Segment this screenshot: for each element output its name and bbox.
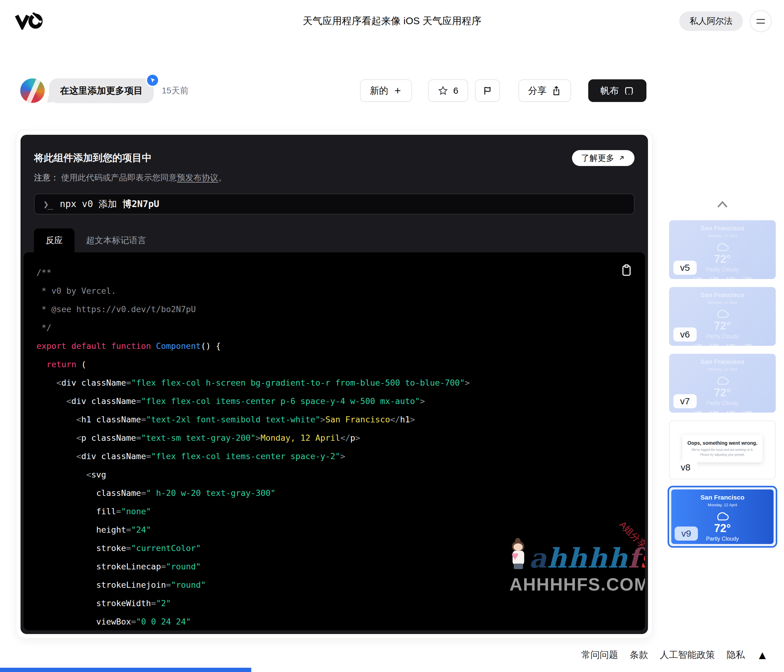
version-label: v5 — [674, 261, 697, 275]
version-thumb-v6[interactable]: San Francisco Monday, 12 April 72° Partl… — [669, 287, 776, 346]
version-thumb-v7[interactable]: San Francisco Monday, 12 April 72° Partl… — [669, 354, 776, 412]
version-thumb-v9[interactable]: San Francisco Monday, 12 April 72° Partl… — [669, 487, 776, 546]
watermark-domain: AHHHHFS.COM — [510, 574, 644, 594]
canvas-button[interactable]: 帆布 — [588, 79, 646, 102]
new-button[interactable]: 新的 — [360, 79, 412, 102]
watermark: ♥ ahhhhfs A姐分享 AHHHHFS.COM — [510, 538, 644, 594]
version-rail: San Francisco Monday, 12 April 72° Partl… — [669, 200, 776, 554]
version-label: v6 — [674, 327, 697, 342]
panel-head: 将此组件添加到您的项目中 了解更多 注意： 使用此代码或产品即表示您同意预发布协… — [20, 135, 648, 252]
terminal-prompt-icon: ❯_ — [43, 199, 52, 210]
weather-date: Monday, 12 April — [669, 233, 776, 238]
note-suffix: 。 — [218, 173, 227, 182]
hamburger-icon — [756, 23, 765, 23]
hourly-forecast: 4 PM ☁ 70° 5 PM ☀ 68° 6 PM ☁ 65° — [669, 410, 776, 412]
hour-column: 6 PM ☁ 65° — [726, 343, 735, 346]
hour-column: 5 PM ☀ 68° — [710, 410, 719, 412]
hour-column: 7 PM ☀ 63° — [743, 410, 751, 412]
learn-more-label: 了解更多 — [581, 152, 614, 163]
cloud-icon — [669, 240, 776, 253]
chevron-up-icon — [716, 200, 729, 209]
heart-icon: ♥ — [511, 549, 519, 563]
error-line: We've logged the issue and are working o… — [687, 448, 758, 452]
hour-column: 4 PM ☁ 70° — [693, 277, 702, 279]
footer-link-ai-policy[interactable]: 人工智能政策 — [660, 649, 715, 661]
hour-column: 7 PM ☀ 63° — [743, 277, 751, 279]
add-component-panel: 将此组件添加到您的项目中 了解更多 注意： 使用此代码或产品即表示您同意预发布协… — [20, 135, 648, 634]
private-alpha-button[interactable]: 私人阿尔法 — [679, 11, 743, 31]
cloud-icon — [669, 306, 776, 320]
prerelease-note: 注意： 使用此代码或产品即表示您同意预发布协议。 — [34, 172, 635, 183]
hourly-forecast: 4 PM ☁ 70° 5 PM ☀ 68° 6 PM ☁ 65° — [669, 343, 776, 346]
flag-icon — [482, 86, 493, 96]
weather-date: Monday, 12 April — [669, 300, 776, 305]
hour-column: 7 PM ☀ 63° — [743, 343, 751, 346]
hour-column: 6 PM ☁ 65° — [726, 410, 735, 412]
weather-city: San Francisco — [671, 494, 773, 501]
scroll-up-button[interactable] — [716, 200, 729, 210]
timestamp: 15天前 — [162, 85, 188, 96]
note-label: 注意： — [34, 173, 59, 182]
menu-button[interactable] — [750, 10, 772, 32]
prompt-row: 在这里添加更多项目 15天前 新的 6 — [20, 76, 646, 105]
hourly-forecast: 4 PM ☁ 70° 5 PM ☀ 68° 6 PM ☁ 65° — [669, 277, 776, 279]
weather-date: Monday, 12 April — [669, 367, 776, 372]
canvas-button-label: 帆布 — [600, 84, 619, 97]
weather-city: San Francisco — [669, 224, 776, 232]
footer-link-faq[interactable]: 常问问题 — [581, 649, 618, 661]
share-icon — [551, 86, 561, 96]
hour-column: 4 PM ☁ 70° — [693, 410, 702, 412]
page-title: 天气应用程序看起来像 iOS 天气应用程序 — [303, 14, 481, 28]
hour-column: 5 PM ☀ 68° — [710, 343, 719, 346]
note-text: 使用此代码或产品即表示您同意 — [59, 173, 177, 182]
star-count: 6 — [453, 86, 458, 96]
clipboard-icon — [621, 263, 633, 277]
prompt-bubble-wrap: 在这里添加更多项目 — [49, 78, 154, 103]
npx-command-box[interactable]: ❯_ npx v0 添加 博2N7pU — [34, 194, 635, 215]
hamburger-icon — [756, 19, 765, 20]
tab-html[interactable]: 超文本标记语言 — [75, 229, 158, 252]
version-thumb-v8[interactable]: Oops, something went wrong. We've logged… — [669, 420, 776, 479]
watermark-brand: ahhhhfs — [529, 544, 645, 571]
flag-button[interactable] — [475, 79, 500, 102]
avatar — [20, 78, 45, 103]
share-button[interactable]: 分享 — [518, 79, 571, 102]
v0-logo — [12, 12, 46, 30]
error-line: Please try adjusting your prompt. — [687, 453, 758, 457]
hour-column: 6 PM ☁ 65° — [726, 277, 735, 279]
cloud-icon — [671, 509, 773, 523]
weather-date: Monday, 12 April — [671, 502, 773, 507]
prerelease-agreement-link[interactable]: 预发布协议 — [177, 173, 218, 182]
share-button-label: 分享 — [528, 84, 546, 97]
hour-column: 4 PM ☁ 70° — [693, 343, 702, 346]
girl-mascot-icon: ♥ — [510, 538, 529, 571]
command-id: 博2N7pU — [123, 198, 159, 210]
error-title: Oops, something went wrong. — [687, 440, 758, 446]
plus-icon — [393, 86, 402, 95]
version-thumb-v5[interactable]: San Francisco Monday, 12 April 72° Partl… — [669, 220, 776, 279]
star-button[interactable]: 6 — [428, 79, 468, 102]
learn-more-button[interactable]: 了解更多 — [572, 150, 635, 166]
weather-city: San Francisco — [669, 358, 776, 366]
action-buttons: 新的 6 分享 — [360, 79, 646, 102]
arrow-up-right-icon — [618, 154, 625, 162]
weather-city: San Francisco — [669, 291, 776, 299]
cursor-icon — [149, 77, 156, 84]
footer: 常问问题 条款 人工智能政策 隐私 ▲ — [581, 649, 768, 661]
topbar-right: 私人阿尔法 — [679, 10, 772, 32]
footer-link-privacy[interactable]: 隐私 — [726, 649, 745, 661]
prompt-bubble: 在这里添加更多项目 — [49, 78, 154, 103]
copy-button[interactable] — [621, 263, 633, 278]
version-label: v7 — [674, 394, 697, 408]
component-card: 将此组件添加到您的项目中 了解更多 注意： 使用此代码或产品即表示您同意预发布协… — [16, 130, 653, 639]
tab-react[interactable]: 反应 — [34, 229, 75, 252]
cloud-icon — [669, 373, 776, 387]
hour-column: 5 PM ☀ 68° — [710, 277, 719, 279]
panel-title: 将此组件添加到您的项目中 — [34, 151, 635, 165]
command-text: npx v0 添加 — [60, 198, 117, 210]
page: 天气应用程序看起来像 iOS 天气应用程序 私人阿尔法 在这里添加更多项目 15… — [0, 0, 784, 672]
error-card: Oops, something went wrong. We've logged… — [682, 435, 762, 462]
cursor-badge — [146, 73, 159, 87]
version-label: v8 — [674, 460, 697, 474]
footer-link-terms[interactable]: 条款 — [630, 649, 648, 661]
